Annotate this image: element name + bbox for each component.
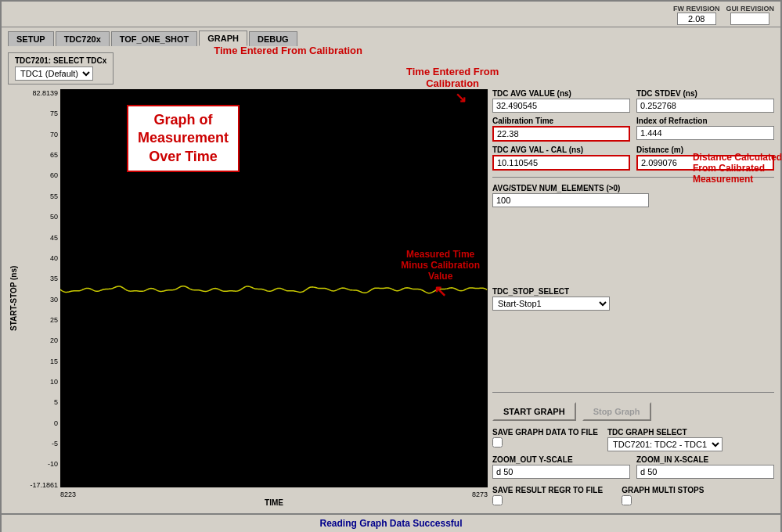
right-panel: Time Entered FromCalibration ↘ TDC AVG V… <box>492 89 774 507</box>
annotation-calibration: Time Entered From Calibration <box>214 45 362 56</box>
graph-multi-checkbox[interactable] <box>622 495 632 505</box>
row-calib-ior: Calibration Time Index of Refraction <box>492 117 774 142</box>
zoom-in-group: ZOOM_IN X-SCALE <box>636 455 774 479</box>
tdc-selector-box: TDC7201: SELECT TDCx TDC1 (Default) TDC2 <box>8 52 114 84</box>
row-cal-distance: TDC AVG VAL - CAL (ns) Distance (m) <box>492 146 774 171</box>
tab-bar: SETUP TDC720x TOF_ONE_SHOT GRAPH DEBUG <box>2 27 780 46</box>
x-axis-label: TIME <box>60 498 488 507</box>
row-avg-stdev: TDC AVG VALUE (ns) TDC STDEV (ns) <box>492 89 774 113</box>
save-graph-checkbox[interactable] <box>492 437 503 448</box>
revision-section: FW REVISION 2.08 GUI REVISION <box>673 5 774 25</box>
y-ticks-canvas-wrap: 82.8139757065605550454035302520151050-5-… <box>20 89 488 489</box>
y-tick: 45 <box>22 234 58 242</box>
tab-tdc720x[interactable]: TDC720x <box>56 31 110 46</box>
graph-multi-label: GRAPH MULTI STOPS <box>622 486 704 494</box>
graph-panel: START-STOP (ns) 82.813975706560555045403… <box>8 89 488 507</box>
y-tick: 5 <box>22 398 58 406</box>
y-tick: 50 <box>22 213 58 221</box>
y-tick: 60 <box>22 171 58 179</box>
divider2 <box>492 392 774 393</box>
save-graph-group: SAVE GRAPH DATA TO FILE <box>492 428 598 449</box>
btn-row: START GRAPH Stop Graph <box>492 402 774 421</box>
divider1 <box>492 177 774 178</box>
tab-tof-one-shot[interactable]: TOF_ONE_SHOT <box>111 31 197 46</box>
start-graph-button[interactable]: START GRAPH <box>492 402 576 421</box>
tdc-avg-value-group: TDC AVG VALUE (ns) <box>492 89 630 113</box>
fw-revision-box: FW REVISION 2.08 <box>673 5 720 25</box>
tdc-stop-select-label: TDC_STOP_SELECT <box>492 287 774 296</box>
status-bar: Reading Graph Data Successful <box>2 513 780 532</box>
y-tick: 70 <box>22 131 58 138</box>
tdc-select[interactable]: TDC1 (Default) TDC2 <box>15 66 93 81</box>
distance-input[interactable] <box>636 155 774 171</box>
tab-setup[interactable]: SETUP <box>8 31 54 46</box>
y-tick: 20 <box>22 336 58 344</box>
distance-group: Distance (m) <box>636 146 774 171</box>
tdc-graph-select-dropdown[interactable]: TDC7201: TDC2 - TDC1 TDC7201: TDC1 TDC72… <box>607 437 723 451</box>
main-window: FW REVISION 2.08 GUI REVISION SETUP TDC7… <box>0 0 782 532</box>
calibration-time-group: Calibration Time <box>492 117 630 142</box>
tdc-selector-row: TDC7201: SELECT TDCx TDC1 (Default) TDC2… <box>8 52 774 84</box>
save-graph-label: SAVE GRAPH DATA TO FILE <box>492 428 598 437</box>
calibration-time-input[interactable] <box>492 126 630 142</box>
gui-revision-box: GUI REVISION <box>726 5 774 25</box>
graph-canvas <box>60 89 488 487</box>
distance-label: Distance (m) <box>636 146 774 154</box>
bottom-checkboxes: SAVE RESULT REGR TO FILE GRAPH MULTI STO… <box>492 486 774 507</box>
avg-stdev-elements-group: AVG/STDEV NUM_ELEMENTS (>0) <box>492 184 774 283</box>
tdc-stop-select-group: TDC_STOP_SELECT Start-Stop1 Start-Stop2 <box>492 287 774 386</box>
tdc-avg-cal-input[interactable] <box>492 155 630 171</box>
stop-graph-button[interactable]: Stop Graph <box>582 402 651 421</box>
calibration-time-label: Calibration Time <box>492 117 630 125</box>
y-tick: 75 <box>22 110 58 117</box>
zoom-out-group: ZOOM_OUT Y-SCALE <box>492 455 630 479</box>
tab-debug[interactable]: DEBUG <box>249 31 297 46</box>
tdc-avg-value-input[interactable] <box>492 99 630 113</box>
zoom-out-label: ZOOM_OUT Y-SCALE <box>492 455 630 464</box>
top-bar: FW REVISION 2.08 GUI REVISION <box>2 2 780 27</box>
zoom-in-label: ZOOM_IN X-SCALE <box>636 455 774 464</box>
y-tick: 40 <box>22 254 58 262</box>
tdc-avg-cal-group: TDC AVG VAL - CAL (ns) <box>492 146 630 171</box>
graph-container: START-STOP (ns) 82.813975706560555045403… <box>8 89 488 507</box>
tdc-stdev-label: TDC STDEV (ns) <box>636 89 774 98</box>
y-tick: -5 <box>22 440 58 448</box>
tdc-stop-select[interactable]: Start-Stop1 Start-Stop2 <box>492 297 610 311</box>
x-tick-right: 8273 <box>472 491 488 498</box>
y-tick: -10 <box>22 460 58 468</box>
y-tick: -17.1861 <box>22 481 58 489</box>
tab-graph[interactable]: GRAPH <box>199 31 247 46</box>
y-tick: 82.8139 <box>22 89 58 97</box>
avg-stdev-elements-input[interactable] <box>492 193 649 207</box>
x-axis-row: 8223 8273 <box>60 489 488 498</box>
y-tick: 65 <box>22 151 58 159</box>
tdc-selector-label: TDC7201: SELECT TDCx <box>15 56 106 65</box>
canvas-wrap: Graph ofMeasurementOver Time Measured Ti… <box>60 89 488 489</box>
save-result-label: SAVE RESULT REGR TO FILE <box>492 486 603 494</box>
save-graph-row: SAVE GRAPH DATA TO FILE TDC GRAPH SELECT… <box>492 428 774 451</box>
zoom-in-input[interactable] <box>636 465 774 479</box>
y-tick: 10 <box>22 378 58 386</box>
save-result-checkbox[interactable] <box>492 495 503 505</box>
tdc-graph-select-group: TDC GRAPH SELECT TDC7201: TDC2 - TDC1 TD… <box>607 428 723 451</box>
y-tick: 35 <box>22 275 58 282</box>
zoom-out-input[interactable] <box>492 465 630 479</box>
index-of-refraction-group: Index of Refraction <box>636 117 774 142</box>
tdc-stdev-group: TDC STDEV (ns) <box>636 89 774 113</box>
y-tick: 0 <box>22 419 58 427</box>
gui-revision-label: GUI REVISION <box>726 5 774 13</box>
main-row: START-STOP (ns) 82.813975706560555045403… <box>8 89 774 507</box>
tdc-avg-cal-label: TDC AVG VAL - CAL (ns) <box>492 146 630 154</box>
tdc-stdev-input[interactable] <box>636 99 774 113</box>
index-of-refraction-input[interactable] <box>636 126 774 140</box>
x-ticks: 8223 8273 <box>60 489 488 498</box>
content-area: TDC7201: SELECT TDCx TDC1 (Default) TDC2… <box>2 46 780 513</box>
tdc-avg-value-label: TDC AVG VALUE (ns) <box>492 89 630 98</box>
status-text: Reading Graph Data Successful <box>319 518 462 529</box>
y-tick: 25 <box>22 316 58 324</box>
y-ticks: 82.8139757065605550454035302520151050-5-… <box>20 89 60 489</box>
graph-multi-group: GRAPH MULTI STOPS <box>622 486 704 507</box>
tdc-select-wrap: TDC1 (Default) TDC2 <box>15 66 106 81</box>
x-tick-left: 8223 <box>60 491 76 498</box>
fw-revision-value: 2.08 <box>677 13 716 25</box>
